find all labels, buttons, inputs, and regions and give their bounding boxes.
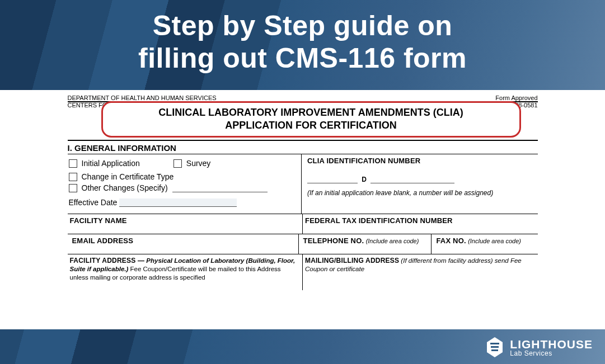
clia-id-field-1[interactable] [307, 175, 358, 183]
label-clia-id: CLIA IDENTIFICATION NUMBER [307, 157, 534, 165]
federal-tax-cell[interactable]: FEDERAL TAX IDENTIFICATION NUMBER [302, 214, 538, 234]
label-effective-date: Effective Date [69, 198, 118, 207]
checkbox-change-certificate[interactable] [69, 173, 77, 181]
other-changes-field[interactable] [172, 184, 268, 192]
application-type-block: Initial Application Survey Change in Cer… [68, 154, 302, 214]
clia-id-block: CLIA IDENTIFICATION NUMBER D (If an init… [301, 154, 538, 214]
svg-rect-3 [491, 349, 498, 351]
label-facility-address: FACILITY ADDRESS — [70, 257, 145, 264]
checkbox-initial-application[interactable] [69, 159, 77, 168]
brand-footer: LIGHTHOUSE Lab Services [485, 336, 593, 358]
telephone-cell[interactable]: TELEPHONE NO. (Include area code) [298, 234, 432, 254]
label-fax: FAX NO. [436, 237, 466, 245]
facility-name-cell[interactable]: FACILITY NAME [68, 214, 303, 234]
label-other-changes: Other Changes (Specify) [82, 183, 168, 192]
telephone-note: (Include area code) [366, 238, 419, 244]
label-federal-tax: FEDERAL TAX IDENTIFICATION NUMBER [305, 216, 453, 225]
form-main-title-line2: APPLICATION FOR CERTIFICATION [111, 119, 512, 132]
fax-cell[interactable]: FAX NO. (Include area code) [431, 234, 537, 254]
dept-line-1: DEPARTMENT OF HEALTH AND HUMAN SERVICES [68, 94, 217, 102]
form-main-title-line1: CLINICAL LABORATORY IMPROVEMENT AMENDMEN… [111, 106, 512, 119]
clia-id-field-2[interactable] [370, 175, 454, 183]
brand-subtitle: Lab Services [510, 350, 593, 357]
label-email: EMAIL ADDRESS [72, 237, 134, 245]
effective-date-field[interactable] [119, 198, 237, 207]
label-survey: Survey [186, 159, 211, 168]
label-facility-name: FACILITY NAME [70, 216, 127, 225]
mailing-address-cell[interactable]: MAILING/BILLING ADDRESS (If different fr… [302, 254, 538, 290]
section-1-row: Initial Application Survey Change in Cer… [68, 154, 538, 214]
slide-title: Step by Step guide on filling out CMS-11… [0, 0, 605, 90]
lighthouse-icon [485, 336, 504, 358]
section-1-heading: I. GENERAL INFORMATION [68, 143, 538, 153]
brand-text: LIGHTHOUSE Lab Services [510, 338, 593, 357]
label-initial-application: Initial Application [82, 159, 140, 168]
svg-rect-1 [490, 343, 499, 344]
email-cell[interactable]: EMAIL ADDRESS [68, 234, 298, 254]
fax-note: (Include area code) [468, 238, 521, 244]
title-line-1: Step by Step guide on [11, 10, 594, 42]
label-mailing-address: MAILING/BILLING ADDRESS [305, 257, 399, 264]
checkbox-other-changes[interactable] [69, 184, 77, 192]
facility-address-cell[interactable]: FACILITY ADDRESS — Physical Location of … [68, 254, 303, 290]
document-preview: DEPARTMENT OF HEALTH AND HUMAN SERVICES … [0, 90, 605, 329]
form-main-title-box: CLINICAL LABORATORY IMPROVEMENT AMENDMEN… [101, 101, 521, 138]
cms-116-form: DEPARTMENT OF HEALTH AND HUMAN SERVICES … [68, 94, 538, 290]
label-change-certificate: Change in Certificate Type [82, 172, 174, 181]
clia-id-note: (If an initial application leave blank, … [307, 189, 534, 197]
brand-name: LIGHTHOUSE [510, 338, 593, 350]
label-telephone: TELEPHONE NO. [303, 237, 364, 245]
clia-id-separator: D [362, 176, 367, 183]
checkbox-survey[interactable] [173, 159, 182, 168]
title-line-2: filling out CMS-116 form [11, 42, 594, 75]
svg-rect-2 [491, 346, 499, 348]
form-approved-label: Form Approved [481, 94, 538, 102]
